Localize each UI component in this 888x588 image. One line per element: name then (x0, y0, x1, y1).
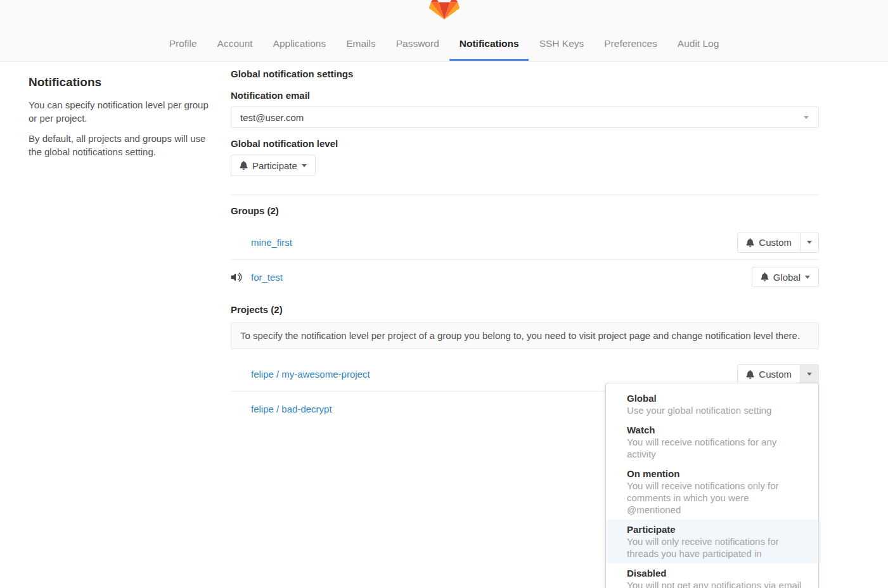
page-content: Notifications You can specify notificati… (0, 61, 888, 426)
group-level-button[interactable]: Custom (737, 233, 801, 253)
menu-item-watch[interactable]: Watch You will receive notifications for… (606, 420, 818, 464)
menu-item-description: You will only receive notifications for … (627, 535, 806, 559)
menu-item-title: Disabled (627, 567, 806, 579)
group-row-mine-first: mine_first Custom (231, 226, 819, 260)
groups-heading: Groups (2) (231, 205, 819, 217)
group-level-caret-button[interactable] (800, 233, 819, 253)
group-level-button-label: Global (773, 272, 801, 283)
menu-item-description: Use your global notification setting (627, 404, 806, 416)
projects-notice: To specify the notification level per pr… (231, 323, 819, 349)
sidebar-paragraph: By default, all projects and groups will… (29, 132, 210, 158)
tab-audit-log[interactable]: Audit Log (667, 32, 730, 61)
sidebar-description: Notifications You can specify notificati… (0, 61, 231, 426)
project-level-split-button: Custom (737, 364, 819, 385)
groups-list: mine_first Custom fo (231, 226, 819, 294)
menu-item-description: You will receive notifications for any a… (627, 436, 806, 460)
page-title: Notifications (29, 75, 210, 89)
project-level-button-label: Custom (759, 369, 792, 380)
notification-settings-panel: Global notification settings Notificatio… (231, 61, 819, 426)
project-link-my-awesome-project[interactable]: felipe / my-awesome-project (251, 369, 370, 380)
group-row-for-test: for_test Global (231, 260, 819, 294)
chevron-down-icon (804, 116, 809, 119)
sidebar-paragraph: You can specify notification level per g… (29, 98, 210, 125)
projects-heading: Projects (2) (231, 304, 819, 316)
caret-down-icon (807, 241, 812, 244)
group-link-mine-first[interactable]: mine_first (251, 237, 292, 248)
group-level-split-button: Custom (737, 233, 819, 253)
menu-item-title: On mention (627, 468, 806, 480)
caret-down-icon (302, 164, 307, 167)
global-level-button-label: Participate (252, 160, 297, 171)
bell-icon (746, 370, 754, 379)
section-divider (231, 195, 819, 195)
notification-email-value: test@user.com (240, 112, 304, 123)
project-link-bad-decrypt[interactable]: felipe / bad-decrypt (251, 404, 332, 414)
bell-icon (746, 238, 754, 247)
notification-email-select[interactable]: test@user.com (231, 106, 819, 128)
group-level-button-label: Custom (759, 237, 792, 248)
menu-item-global[interactable]: Global Use your global notification sett… (606, 388, 818, 420)
menu-item-disabled[interactable]: Disabled You will not get any notificati… (606, 563, 818, 588)
profile-nav-tabs: Profile Account Applications Emails Pass… (159, 32, 730, 61)
tab-profile[interactable]: Profile (159, 32, 207, 61)
caret-down-icon (807, 373, 812, 376)
caret-down-icon (805, 276, 810, 279)
tab-notifications[interactable]: Notifications (449, 32, 529, 61)
menu-item-title: Participate (627, 523, 806, 535)
notification-level-dropdown-menu: Global Use your global notification sett… (605, 383, 819, 588)
menu-item-title: Watch (627, 424, 806, 436)
bell-icon (761, 272, 769, 281)
group-level-button[interactable]: Global (752, 267, 819, 287)
tab-password[interactable]: Password (386, 32, 449, 61)
menu-item-description: You will not get any notifications via e… (627, 579, 806, 588)
tab-ssh-keys[interactable]: SSH Keys (529, 32, 595, 61)
global-level-button[interactable]: Participate (231, 155, 316, 176)
tab-preferences[interactable]: Preferences (594, 32, 667, 61)
volume-up-icon (231, 272, 251, 282)
menu-item-description: You will receive notifications only for … (627, 480, 806, 516)
global-level-label: Global notification level (231, 138, 819, 150)
project-level-caret-button[interactable] (800, 364, 819, 385)
tab-emails[interactable]: Emails (336, 32, 386, 61)
global-settings-heading: Global notification settings (231, 68, 819, 80)
tab-account[interactable]: Account (207, 32, 263, 61)
gitlab-tanuki-logo-icon (429, 0, 460, 25)
bell-icon (240, 161, 248, 170)
profile-settings-header: Profile Account Applications Emails Pass… (0, 0, 888, 61)
menu-item-on-mention[interactable]: On mention You will receive notification… (606, 464, 818, 520)
group-link-for-test[interactable]: for_test (251, 272, 283, 283)
project-level-button[interactable]: Custom (737, 364, 801, 385)
notification-email-label: Notification email (231, 90, 819, 101)
menu-item-participate[interactable]: Participate You will only receive notifi… (606, 520, 818, 563)
menu-item-title: Global (627, 392, 806, 404)
tab-applications[interactable]: Applications (263, 32, 337, 61)
